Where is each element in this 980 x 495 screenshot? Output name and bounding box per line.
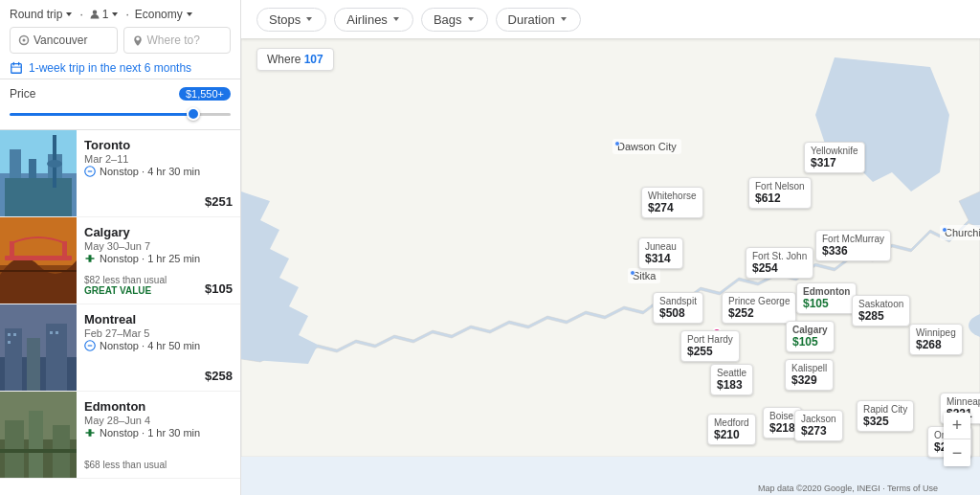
map-label-kalispell[interactable]: Kalispell$329: [785, 359, 834, 391]
duration-filter[interactable]: Duration: [496, 8, 581, 32]
map-dot-dawson: [614, 141, 620, 146]
map-label-medford[interactable]: Medford$210: [707, 414, 756, 445]
svg-rect-12: [5, 178, 72, 216]
map-attribution: Map data ©2020 Google, INEGI · Terms of …: [758, 484, 938, 493]
map-label-fort_st_john[interactable]: Fort St. John$254: [746, 247, 813, 279]
result-less-edmonton: $68 less than usual: [84, 460, 167, 470]
filter-bar: Stops Airlines Bags Duration: [241, 0, 980, 38]
result-edmonton[interactable]: Edmonton May 28–Jun 4 Nonstop · 1 hr 30 …: [0, 392, 240, 479]
map-area: Stops Airlines Bags Duration W: [241, 0, 980, 495]
map-label-saskatoon[interactable]: Saskatoon$285: [852, 295, 910, 326]
result-img-calgary: [0, 217, 77, 304]
map-dot-sitka: [630, 270, 635, 276]
passengers-dropdown[interactable]: 1: [89, 8, 121, 21]
svg-rect-30: [8, 333, 11, 336]
map-label-winnipeg[interactable]: Winnipeg$268: [909, 324, 963, 355]
map-label-port_hardy[interactable]: Port Hardy$255: [680, 330, 740, 362]
result-flight-calgary: Nonstop · 1 hr 25 min: [84, 253, 233, 264]
result-flight-montreal: Nonstop · 4 hr 50 min: [84, 340, 233, 351]
svg-rect-20: [10, 241, 14, 260]
svg-point-14: [47, 160, 62, 168]
map-label-yellowknife[interactable]: Yellowknife$317: [804, 142, 865, 173]
result-img-toronto: [0, 130, 77, 216]
map-label-fort_mcmurray[interactable]: Fort McMurray$336: [815, 230, 891, 261]
svg-rect-19: [5, 256, 72, 260]
svg-rect-27: [5, 328, 22, 391]
trip-duration-info[interactable]: 1-week trip in the next 6 months: [10, 61, 231, 75]
results-list: Toronto Mar 2–11 Nonstop · 4 hr 30 min $…: [0, 130, 240, 495]
map-label-edmonton[interactable]: Edmonton$105: [796, 282, 857, 314]
map-label-rapid_city[interactable]: Rapid City$325: [857, 400, 914, 432]
passengers-label: 1: [102, 8, 109, 21]
zoom-controls: + −: [944, 413, 970, 466]
map-label-seattle[interactable]: Seattle$183: [710, 364, 753, 395]
where-badge[interactable]: Where 107: [256, 48, 334, 71]
zoom-in-button[interactable]: +: [944, 413, 970, 439]
bags-filter[interactable]: Bags: [421, 8, 488, 32]
airlines-filter[interactable]: Airlines: [334, 8, 413, 32]
result-price-montreal: $258: [84, 369, 233, 383]
result-dates-calgary: May 30–Jun 7: [84, 240, 233, 252]
map-dot-churchill: [942, 227, 947, 233]
svg-rect-34: [56, 331, 58, 334]
svg-rect-44: [89, 429, 92, 437]
result-price-toronto: $251: [84, 194, 233, 209]
svg-rect-3: [11, 64, 22, 74]
result-dates-edmonton: May 28–Jun 4: [84, 415, 233, 426]
svg-rect-28: [27, 338, 40, 391]
map-label-jackson[interactable]: Jackson$273: [794, 410, 843, 441]
zoom-out-button[interactable]: −: [944, 439, 970, 466]
stops-filter[interactable]: Stops: [256, 8, 326, 32]
trip-type-dropdown[interactable]: Round trip: [10, 8, 74, 21]
map-label-juneau[interactable]: Juneau$314: [638, 237, 683, 269]
result-img-montreal: [0, 304, 77, 391]
result-dates-toronto: Mar 2–11: [84, 153, 233, 165]
origin-value: Vancouver: [33, 34, 87, 47]
svg-rect-22: [0, 270, 77, 272]
price-badge: $1,550+: [179, 87, 231, 101]
svg-rect-21: [62, 241, 67, 260]
cabin-dropdown[interactable]: Economy: [135, 8, 194, 21]
price-label: Price: [10, 87, 35, 101]
result-less-calgary: $82 less than usual: [84, 275, 167, 285]
destination-value: Where to?: [147, 34, 200, 47]
map-label-fort_nelson[interactable]: Fort Nelson$612: [748, 177, 812, 209]
svg-point-2: [23, 39, 26, 42]
svg-rect-31: [13, 333, 16, 336]
map-label-sandspit[interactable]: Sandspit$508: [653, 292, 703, 324]
result-price-calgary: $105: [205, 281, 233, 296]
svg-rect-40: [29, 411, 43, 478]
cabin-label: Economy: [135, 8, 183, 21]
result-city-montreal: Montreal: [84, 312, 233, 326]
result-city-edmonton: Edmonton: [84, 399, 233, 414]
map-label-prince_george[interactable]: Prince George$252: [722, 292, 796, 324]
result-dates-montreal: Feb 27–Mar 5: [84, 327, 233, 339]
result-calgary[interactable]: Calgary May 30–Jun 7 Nonstop · 1 hr 25 m…: [0, 217, 240, 304]
destination-input[interactable]: Where to?: [123, 27, 232, 54]
svg-rect-32: [8, 341, 11, 344]
result-toronto[interactable]: Toronto Mar 2–11 Nonstop · 4 hr 30 min $…: [0, 130, 240, 217]
map-city-dawson: Dawson City: [612, 139, 681, 154]
map-label-whitehorse[interactable]: Whitehorse$274: [641, 187, 703, 218]
result-montreal[interactable]: Montreal Feb 27–Mar 5 Nonstop · 4 hr 50 …: [0, 304, 240, 392]
price-slider[interactable]: [10, 104, 231, 124]
origin-input[interactable]: Vancouver: [10, 27, 118, 54]
svg-rect-33: [50, 331, 53, 334]
result-special-calgary: GREAT VALUE: [84, 285, 167, 296]
result-img-edmonton: [0, 392, 77, 478]
result-city-toronto: Toronto: [84, 138, 233, 152]
trip-duration-label: 1-week trip in the next 6 months: [29, 61, 191, 75]
map-label-calgary[interactable]: Calgary$105: [786, 321, 835, 352]
svg-point-0: [92, 11, 97, 15]
svg-rect-24: [89, 255, 92, 262]
svg-rect-42: [0, 449, 77, 453]
result-city-calgary: Calgary: [84, 225, 233, 239]
result-flight-toronto: Nonstop · 4 hr 30 min: [84, 166, 233, 177]
slider-thumb[interactable]: [187, 107, 200, 121]
result-flight-edmonton: Nonstop · 1 hr 30 min: [84, 427, 233, 439]
trip-type-label: Round trip: [10, 8, 62, 21]
